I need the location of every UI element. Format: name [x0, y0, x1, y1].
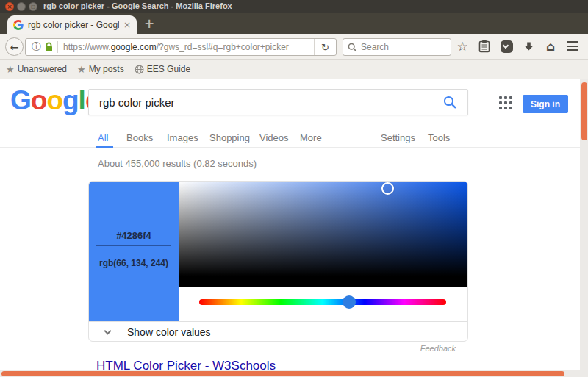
tab-images[interactable]: Images	[167, 132, 198, 143]
hue-slider-thumb[interactable]	[343, 295, 356, 309]
show-color-values-label: Show color values	[127, 326, 211, 338]
horizontal-scrollbar-thumb[interactable]	[1, 371, 564, 376]
results-tabs-row: All Books Images Shopping Videos More Se…	[0, 129, 588, 148]
tab-shopping[interactable]: Shopping	[209, 132, 250, 143]
page-info-icon[interactable]: ⓘ	[32, 40, 41, 54]
reload-button[interactable]: ↻	[314, 39, 336, 55]
back-button[interactable]: ←	[5, 37, 24, 56]
lock-icon[interactable]	[45, 42, 53, 52]
window-titlebar: × − □ rgb color picker - Google Search -…	[0, 0, 588, 13]
apps-grid-icon[interactable]	[499, 96, 514, 112]
tab-strip: rgb color picker - Google × +	[0, 13, 588, 34]
bookmarks-clipboard-icon[interactable]	[473, 40, 495, 53]
color-swatch-panel: #4286f4 rgb(66, 134, 244)	[89, 182, 179, 321]
toolbar-search-box[interactable]	[343, 38, 451, 56]
color-picker-widget: #4286f4 rgb(66, 134, 244) Show color val…	[88, 181, 468, 342]
window-title: rgb color picker - Google Search - Mozil…	[43, 1, 232, 10]
active-tab-underline	[96, 146, 113, 148]
window-minimize-button[interactable]: −	[17, 2, 26, 11]
show-color-values-row[interactable]: Show color values	[89, 321, 467, 342]
window-close-button[interactable]: ×	[5, 2, 14, 11]
url-bar[interactable]: ⓘ https://www.google.com/?gws_rd=ssl#q=r…	[25, 38, 337, 56]
tab-title: rgb color picker - Google	[28, 20, 119, 30]
tab-tools[interactable]: Tools	[428, 132, 450, 143]
sign-in-button[interactable]: Sign in	[523, 95, 568, 113]
tab-books[interactable]: Books	[126, 132, 153, 143]
download-icon[interactable]	[517, 41, 539, 52]
search-magnifier-icon[interactable]	[443, 96, 457, 109]
vertical-scrollbar-thumb[interactable]	[581, 82, 587, 140]
hue-slider-area	[179, 287, 467, 321]
browser-tab[interactable]: rgb color picker - Google ×	[7, 15, 137, 34]
bookmark-item-ees-guide[interactable]: EES Guide	[135, 64, 190, 74]
bookmarks-toolbar: ★ Unanswered ★ My posts EES Guide	[0, 60, 588, 79]
url-separator	[57, 41, 58, 53]
pocket-icon[interactable]	[495, 40, 517, 53]
google-logo[interactable]: Google	[10, 85, 99, 116]
bookmark-item-my-posts[interactable]: ★ My posts	[77, 64, 124, 75]
chevron-down-icon	[104, 328, 112, 335]
star-icon: ★	[6, 64, 15, 75]
tab-settings[interactable]: Settings	[381, 132, 415, 143]
home-icon[interactable]: ⌂	[539, 39, 562, 54]
hue-slider[interactable]	[199, 299, 446, 305]
saturation-value-gradient[interactable]	[179, 182, 467, 287]
tab-more[interactable]: More	[300, 132, 322, 143]
globe-icon	[135, 65, 144, 74]
bookmark-item-unanswered[interactable]: ★ Unanswered	[6, 64, 67, 75]
results-stats: About 455,000 results (0.82 seconds)	[98, 158, 257, 169]
google-favicon-icon	[13, 20, 24, 30]
window-maximize-button[interactable]: □	[29, 2, 37, 11]
gradient-marker[interactable]	[381, 182, 394, 195]
tab-close-icon[interactable]: ×	[123, 20, 131, 30]
firefox-window: × − □ rgb color picker - Google Search -…	[0, 0, 588, 377]
url-text: https://www.google.com/?gws_rd=ssl#q=rgb…	[63, 42, 314, 52]
new-tab-button[interactable]: +	[144, 16, 154, 31]
menu-icon[interactable]	[562, 41, 584, 51]
star-icon: ★	[77, 64, 86, 75]
toolbar-icons: ☆ ⌂	[451, 34, 584, 59]
hex-value-field[interactable]: #4286f4	[96, 230, 171, 246]
bookmark-star-icon[interactable]: ☆	[451, 39, 473, 54]
window-controls: × − □	[5, 2, 37, 11]
search-input[interactable]	[361, 42, 446, 52]
feedback-link[interactable]: Feedback	[417, 344, 456, 353]
rgb-value-field[interactable]: rgb(66, 134, 244)	[96, 258, 171, 273]
search-icon	[348, 43, 357, 52]
tab-all[interactable]: All	[98, 132, 108, 143]
google-search-box[interactable]	[88, 89, 468, 115]
tab-videos[interactable]: Videos	[259, 132, 289, 143]
google-search-input[interactable]	[89, 96, 443, 109]
